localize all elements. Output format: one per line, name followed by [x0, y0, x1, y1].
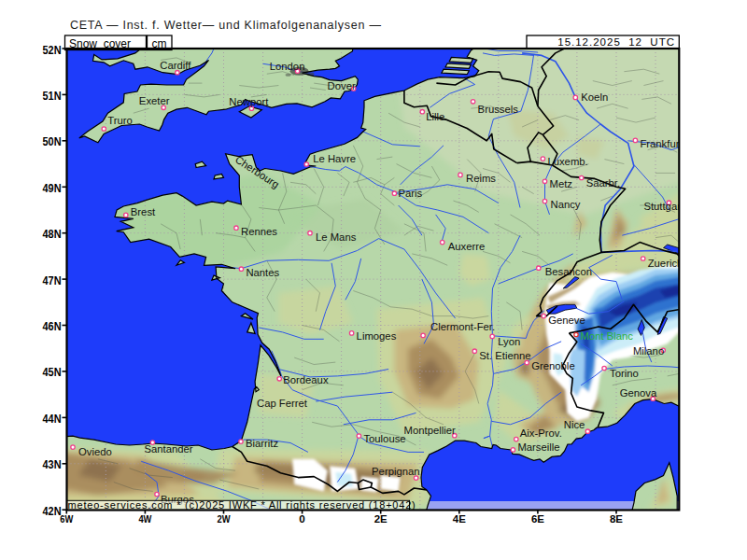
- svg-text:42N: 42N: [43, 504, 62, 518]
- svg-text:Montpellier: Montpellier: [404, 425, 456, 436]
- svg-text:Aix-Prov.: Aix-Prov.: [520, 427, 562, 439]
- svg-text:52N: 52N: [43, 43, 62, 57]
- svg-text:8E: 8E: [610, 513, 623, 525]
- svg-text:Zuerich: Zuerich: [648, 258, 684, 269]
- svg-text:Oviedo: Oviedo: [78, 446, 112, 457]
- svg-text:Nancy: Nancy: [551, 199, 581, 210]
- svg-text:Le Havre: Le Havre: [313, 153, 356, 164]
- svg-text:Rennes: Rennes: [241, 226, 277, 237]
- svg-text:Nice: Nice: [564, 419, 585, 430]
- svg-text:Grenoble: Grenoble: [531, 360, 574, 371]
- svg-text:45N: 45N: [43, 365, 62, 379]
- svg-text:London: London: [270, 61, 305, 72]
- svg-text:Perpignan: Perpignan: [372, 466, 420, 477]
- svg-text:Truro: Truro: [107, 115, 133, 126]
- svg-text:Lyon: Lyon: [498, 336, 520, 347]
- svg-text:Saarbr.: Saarbr.: [586, 177, 620, 189]
- svg-text:6E: 6E: [531, 513, 544, 525]
- svg-text:Biarritz: Biarritz: [246, 438, 278, 449]
- svg-text:Mont Blanc: Mont Blanc: [581, 330, 634, 342]
- svg-text:4E: 4E: [453, 513, 466, 525]
- svg-text:Bordeaux: Bordeaux: [283, 374, 329, 385]
- svg-text:Dover: Dover: [328, 80, 356, 91]
- svg-text:Santander: Santander: [144, 443, 192, 455]
- svg-text:Le Mans: Le Mans: [316, 231, 357, 243]
- svg-text:Lille: Lille: [426, 111, 444, 122]
- svg-text:meteo-services.com * (c)2025 I: meteo-services.com * (c)2025 IWKF * All …: [68, 499, 416, 511]
- svg-text:0: 0: [299, 513, 305, 525]
- svg-text:48N: 48N: [43, 227, 62, 241]
- svg-text:Exeter: Exeter: [139, 95, 170, 106]
- svg-text:Marseille: Marseille: [517, 441, 559, 453]
- svg-text:Luxemb.: Luxemb.: [547, 156, 587, 167]
- svg-text:Auxerre: Auxerre: [448, 241, 486, 252]
- svg-text:44N: 44N: [43, 412, 62, 426]
- svg-text:51N: 51N: [43, 89, 62, 103]
- svg-text:Paris: Paris: [398, 188, 422, 199]
- svg-text:Cardiff: Cardiff: [160, 60, 191, 71]
- svg-text:43N: 43N: [43, 457, 62, 471]
- svg-text:Frankfurt: Frankfurt: [640, 138, 683, 149]
- svg-text:2E: 2E: [374, 513, 388, 525]
- svg-text:Genova: Genova: [620, 387, 657, 399]
- svg-text:6W: 6W: [60, 513, 73, 525]
- svg-text:Brussels: Brussels: [478, 104, 519, 115]
- svg-text:Clermont-Fer.: Clermont-Fer.: [430, 321, 495, 332]
- svg-text:Cap Ferret: Cap Ferret: [257, 398, 308, 409]
- svg-text:Brest: Brest: [131, 206, 156, 217]
- svg-text:Milano: Milano: [633, 345, 664, 357]
- svg-text:Nantes: Nantes: [246, 267, 279, 278]
- svg-text:47N: 47N: [43, 273, 62, 287]
- svg-text:Torino: Torino: [610, 368, 639, 379]
- svg-text:46N: 46N: [43, 319, 62, 333]
- svg-text:St. Etienne: St. Etienne: [479, 350, 530, 361]
- svg-text:Newport: Newport: [229, 96, 269, 107]
- svg-text:4W: 4W: [138, 513, 151, 525]
- svg-text:Metz: Metz: [550, 178, 573, 189]
- svg-text:Geneve: Geneve: [548, 315, 585, 326]
- svg-text:Toulouse: Toulouse: [363, 433, 405, 444]
- svg-text:49N: 49N: [43, 181, 62, 195]
- svg-text:CETA — Inst. f. Wetter— und Kl: CETA — Inst. f. Wetter— und Klimafolgena…: [70, 19, 382, 32]
- svg-text:Koeln: Koeln: [581, 91, 608, 103]
- svg-text:15.12.2025 12 UTC: 15.12.2025 12 UTC: [557, 36, 675, 48]
- svg-text:Besancon: Besancon: [545, 266, 592, 277]
- svg-text:Reims: Reims: [466, 173, 496, 184]
- svg-text:2W: 2W: [218, 513, 231, 525]
- svg-text:Limoges: Limoges: [357, 330, 397, 342]
- svg-text:50N: 50N: [43, 134, 62, 148]
